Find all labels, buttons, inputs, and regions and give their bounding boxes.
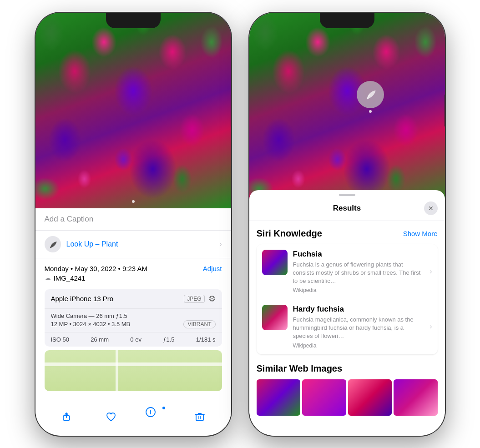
share-button[interactable] xyxy=(56,407,76,427)
date-row: Monday • May 30, 2022 • 9:23 AM Adjust xyxy=(45,265,222,272)
left-phone: Add a Caption Look Up – Plant › Monday •… xyxy=(35,13,231,436)
caption-placeholder[interactable]: Add a Caption xyxy=(45,215,94,223)
focal-value: 26 mm xyxy=(91,336,109,343)
similar-img-2[interactable] xyxy=(302,379,346,416)
lookup-icon xyxy=(45,236,61,252)
info-badge xyxy=(162,406,166,410)
device-name: Apple iPhone 13 Pro xyxy=(51,295,114,302)
similar-img-1[interactable] xyxy=(257,379,301,416)
phone-notch-right xyxy=(320,13,374,28)
vi-leaf-icon xyxy=(364,88,377,101)
knowledge-item-fuchsia[interactable]: Fuchsia Fuchsia is a genus of flowering … xyxy=(257,244,438,300)
right-phone: Results ✕ Siri Knowledge Show More Fuc xyxy=(249,13,445,436)
device-section: Apple iPhone 13 Pro JPEG ⚙ Wide Camera —… xyxy=(45,289,222,347)
photo-area[interactable] xyxy=(35,13,231,208)
info-button[interactable]: i xyxy=(145,407,165,427)
right-phone-screen: Results ✕ Siri Knowledge Show More Fuc xyxy=(249,13,445,436)
siri-knowledge-header: Siri Knowledge Show More xyxy=(257,228,438,239)
results-title: Results xyxy=(270,204,424,213)
photo-info-section: Monday • May 30, 2022 • 9:23 AM Adjust ☁… xyxy=(35,258,231,286)
svg-text:i: i xyxy=(150,409,152,416)
aperture-value: ƒ1.5 xyxy=(163,336,174,343)
fuchsia-desc: Fuchsia is a genus of flowering plants t… xyxy=(293,261,424,286)
lookup-row[interactable]: Look Up – Plant › xyxy=(35,231,231,258)
trash-icon xyxy=(194,411,205,422)
close-icon: ✕ xyxy=(428,205,434,212)
lookup-label: Look Up – Plant xyxy=(66,240,118,248)
knowledge-card: Fuchsia Fuchsia is a genus of flowering … xyxy=(257,244,438,354)
device-row: Apple iPhone 13 Pro JPEG ⚙ xyxy=(45,289,222,309)
filename-text: IMG_4241 xyxy=(54,274,86,282)
fuchsia-source: Wikipedia xyxy=(293,287,424,293)
results-body: Siri Knowledge Show More Fuchsia Fuchsia… xyxy=(249,221,445,423)
similar-section: Similar Web Images xyxy=(257,363,438,416)
phone-notch xyxy=(106,13,161,28)
lens-info: Wide Camera — 26 mm ƒ1.5 xyxy=(51,312,216,319)
close-button[interactable]: ✕ xyxy=(424,201,438,215)
resolution-row: 12 MP • 3024 × 4032 • 3.5 MB VIBRANT xyxy=(51,320,216,328)
knowledge-item-hardy[interactable]: Hardy fuchsia Fuchsia magellanica, commo… xyxy=(257,299,438,354)
vibrant-badge: VIBRANT xyxy=(183,320,215,328)
heart-button[interactable] xyxy=(101,407,121,427)
siri-knowledge-title: Siri Knowledge xyxy=(257,228,322,239)
camera-details: Wide Camera — 26 mm ƒ1.5 12 MP • 3024 × … xyxy=(45,309,222,332)
hardy-chevron: › xyxy=(429,305,432,349)
fuchsia-thumbnail xyxy=(262,250,288,275)
hardy-content: Hardy fuchsia Fuchsia magellanica, commo… xyxy=(293,305,424,349)
show-more-button[interactable]: Show More xyxy=(403,230,438,237)
resolution-text: 12 MP • 3024 × 4032 • 3.5 MB xyxy=(51,321,131,327)
results-sheet: Results ✕ Siri Knowledge Show More Fuc xyxy=(249,190,445,436)
heart-icon xyxy=(106,411,116,422)
map-preview[interactable] xyxy=(45,350,222,391)
right-photo-area[interactable] xyxy=(249,13,445,208)
similar-title: Similar Web Images xyxy=(257,363,438,374)
right-flower-photo xyxy=(249,13,445,208)
visual-intelligence-bubble[interactable] xyxy=(357,81,384,108)
exif-row: ISO 50 26 mm 0 ev ƒ1.5 1/181 s xyxy=(45,332,222,347)
format-badge: JPEG xyxy=(184,295,204,303)
hardy-desc: Fuchsia magellanica, commonly known as t… xyxy=(293,316,424,341)
lookup-prefix: Look Up – xyxy=(66,240,101,248)
left-phone-screen: Add a Caption Look Up – Plant › Monday •… xyxy=(35,13,231,436)
bottom-toolbar: i xyxy=(35,402,231,427)
filename-row: ☁ IMG_4241 xyxy=(45,274,222,282)
sheet-handle xyxy=(339,194,355,196)
photo-page-dot xyxy=(132,200,135,203)
cloud-icon: ☁ xyxy=(45,274,51,282)
svg-rect-3 xyxy=(196,414,203,421)
date-text: Monday • May 30, 2022 • 9:23 AM xyxy=(45,265,147,272)
shutter-value: 1/181 s xyxy=(196,336,216,343)
hardy-thumbnail xyxy=(262,305,288,330)
lookup-subject: Plant xyxy=(101,240,118,248)
similar-img-3[interactable] xyxy=(348,379,392,416)
fuchsia-chevron: › xyxy=(429,250,432,294)
flower-photo xyxy=(35,13,231,208)
map-roads xyxy=(45,350,222,391)
hardy-name: Hardy fuchsia xyxy=(293,305,424,314)
fuchsia-content: Fuchsia Fuchsia is a genus of flowering … xyxy=(293,250,424,294)
iso-value: ISO 50 xyxy=(51,336,69,343)
share-icon xyxy=(61,411,72,422)
gear-icon[interactable]: ⚙ xyxy=(208,294,216,304)
results-header: Results ✕ xyxy=(249,200,445,221)
leaf-icon xyxy=(48,239,58,249)
home-indicator xyxy=(104,430,163,432)
hardy-source: Wikipedia xyxy=(293,342,424,349)
vi-bubble-dot xyxy=(369,110,372,113)
sparkle-info-icon: i xyxy=(145,407,156,418)
delete-button[interactable] xyxy=(190,407,210,427)
similar-images-row xyxy=(257,379,438,416)
ev-value: 0 ev xyxy=(130,336,141,343)
lookup-chevron: › xyxy=(219,240,222,248)
similar-img-4[interactable] xyxy=(394,379,438,416)
caption-area[interactable]: Add a Caption xyxy=(35,208,231,231)
home-indicator-right xyxy=(318,430,377,432)
device-badges: JPEG ⚙ xyxy=(184,294,215,304)
fuchsia-name: Fuchsia xyxy=(293,250,424,259)
adjust-button[interactable]: Adjust xyxy=(203,265,222,272)
